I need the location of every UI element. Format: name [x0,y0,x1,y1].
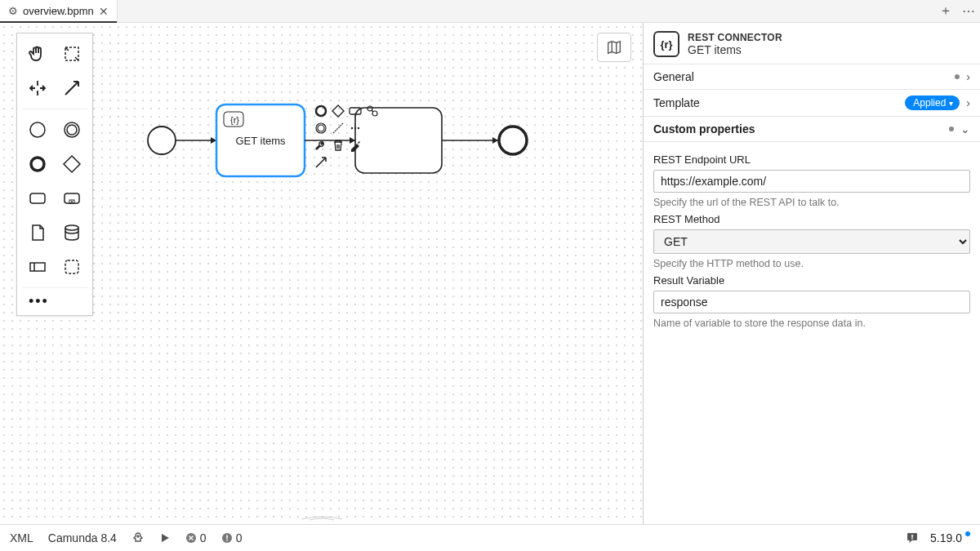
svg-point-8 [65,225,78,230]
url-help: Specify the url of the REST API to talk … [653,197,970,208]
deploy-icon[interactable] [131,531,145,544]
pad-blank-1 [364,120,380,136]
end-event-tool[interactable] [22,149,53,180]
pad-delete-icon[interactable] [330,137,345,153]
properties-kind: REST CONNECTOR [688,32,782,43]
applied-badge[interactable]: Applied▾ [905,96,960,110]
result-label: Result Variable [653,274,970,287]
svg-point-3 [67,125,77,135]
svg-point-26 [357,127,359,128]
svg-point-25 [354,127,355,128]
svg-point-18 [316,106,326,116]
svg-rect-31 [226,540,228,541]
run-icon[interactable] [159,532,171,544]
result-input[interactable] [653,291,970,313]
pad-replace-icon[interactable] [364,103,380,118]
update-dot-icon [965,531,970,536]
tab-title: overview.bpmn [23,5,94,17]
pad-connect-icon[interactable] [313,154,328,170]
gateway-tool[interactable] [56,149,87,180]
tab-menu-button[interactable]: ⋯ [957,0,980,22]
hand-tool[interactable] [22,38,53,69]
chevron-right-icon: › [966,70,970,83]
version-label[interactable]: 5.19.0 [930,531,970,544]
data-store-tool[interactable] [56,217,87,248]
warning-count[interactable]: 0 [221,531,243,544]
method-help: Specify the HTTP method to use. [653,258,970,269]
status-bar: XML Camunda 8.4 0 0 5.19.0 [0,524,980,551]
properties-header: {r} REST CONNECTOR GET items [644,23,980,64]
pad-intermediate-event-icon[interactable] [313,120,328,136]
panel-resize-handle[interactable] [301,514,342,521]
chevron-down-icon: ⌄ [960,122,970,136]
svg-point-23 [318,125,324,131]
connect-tool[interactable] [56,73,87,104]
tool-palette: ••• [16,33,93,316]
pad-task-icon[interactable] [347,103,363,118]
xml-toggle[interactable]: XML [10,531,33,544]
url-input[interactable] [653,170,970,193]
chevron-down-icon: ▾ [949,99,953,108]
svg-point-24 [350,127,352,128]
close-icon[interactable]: ✕ [99,5,109,18]
pad-blank-2 [364,137,380,153]
context-pad [313,103,381,170]
start-event[interactable] [148,127,176,154]
svg-point-1 [30,122,45,137]
svg-rect-30 [226,535,228,540]
properties-name: GET items [688,43,782,56]
start-event-tool[interactable] [22,114,53,145]
feedback-icon[interactable] [906,531,919,544]
main-area: ••• {r} GET items [0,23,980,524]
dot-icon [955,74,960,79]
tab-bar: ⚙ overview.bpmn ✕ ＋ ⋯ [0,0,980,23]
task-tool[interactable] [22,183,53,214]
data-object-tool[interactable] [22,217,53,248]
custom-properties-form: REST Endpoint URL Specify the url of the… [644,142,980,335]
lasso-tool[interactable] [56,38,87,69]
end-event[interactable] [499,127,527,154]
pad-wrench-icon[interactable] [313,137,328,153]
task-icon-label: {r} [230,115,239,125]
error-count[interactable]: 0 [185,531,207,544]
pool-tool[interactable] [22,251,53,282]
svg-rect-5 [30,193,45,203]
svg-rect-33 [911,535,913,538]
svg-point-27 [137,535,139,537]
svg-rect-9 [30,263,45,271]
task-label: GET items [235,135,286,147]
new-tab-button[interactable]: ＋ [934,0,957,22]
result-help: Name of variable to store the response d… [653,318,970,329]
section-general[interactable]: General › [644,64,980,90]
svg-marker-17 [492,137,498,144]
svg-rect-34 [911,538,913,540]
pad-annotation-icon[interactable] [330,120,345,136]
engine-label[interactable]: Camunda 8.4 [48,531,117,544]
subprocess-tool[interactable] [56,183,87,214]
minimap-toggle[interactable] [597,33,631,62]
svg-rect-10 [65,260,78,273]
chevron-right-icon: › [966,96,970,109]
url-label: REST Endpoint URL [653,153,970,166]
file-tab[interactable]: ⚙ overview.bpmn ✕ [0,0,118,22]
method-label: REST Method [653,213,970,225]
palette-more-button[interactable]: ••• [22,293,87,310]
pad-start-event-icon[interactable] [313,103,328,118]
pad-color-icon[interactable] [347,137,363,153]
section-template[interactable]: Template Applied▾ › [644,90,980,117]
canvas[interactable]: ••• {r} GET items [0,23,643,524]
pad-gateway-icon[interactable] [330,103,345,118]
gear-icon: ⚙ [8,5,18,17]
connector-icon: {r} [653,31,679,57]
svg-rect-19 [350,108,361,114]
group-tool[interactable] [56,251,87,282]
dot-icon [949,127,954,131]
space-tool[interactable] [22,73,53,104]
section-custom-properties[interactable]: Custom properties ⌄ [644,117,980,142]
svg-point-4 [31,158,44,171]
pad-more-icon[interactable] [347,120,363,136]
method-select[interactable]: GET [653,229,970,254]
intermediate-event-tool[interactable] [56,114,87,145]
properties-panel: {r} REST CONNECTOR GET items General › T… [643,23,980,524]
